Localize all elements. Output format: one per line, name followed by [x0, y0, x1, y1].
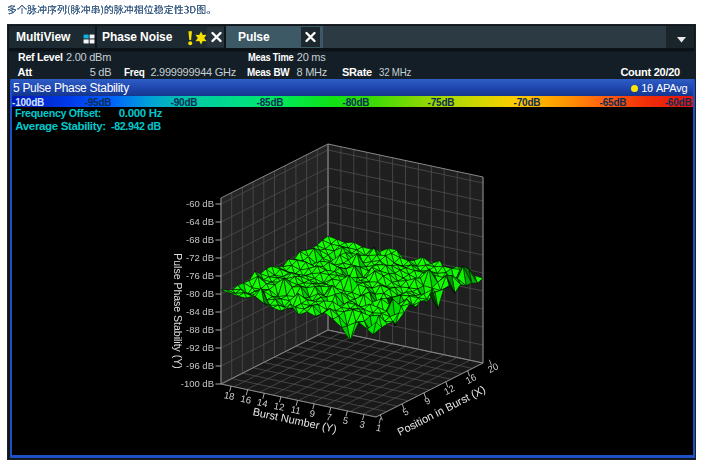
svg-text:-84 dB: -84 dB: [186, 306, 214, 317]
svg-text:-88 dB: -88 dB: [186, 324, 214, 335]
svg-text:16: 16: [464, 371, 478, 386]
svg-text:Pulse Phase Stability (Y): Pulse Phase Stability (Y): [172, 253, 184, 369]
svg-text:-60 dB: -60 dB: [186, 198, 214, 209]
svg-text:-64 dB: -64 dB: [186, 216, 214, 227]
svg-text:-68 dB: -68 dB: [186, 234, 214, 245]
svg-text:1: 1: [375, 422, 382, 434]
svg-text:-92 dB: -92 dB: [186, 342, 214, 353]
svg-text:5: 5: [401, 406, 411, 418]
svg-text:12: 12: [442, 382, 456, 397]
svg-text:18: 18: [223, 389, 236, 402]
svg-text:5: 5: [342, 415, 349, 427]
svg-text:3: 3: [358, 418, 365, 430]
svg-text:-72 dB: -72 dB: [186, 252, 214, 263]
svg-text:-80 dB: -80 dB: [186, 288, 214, 299]
svg-text:-96 dB: -96 dB: [186, 360, 214, 371]
svg-text:-76 dB: -76 dB: [186, 270, 214, 281]
svg-text:9: 9: [422, 395, 432, 407]
svg-text:16: 16: [240, 393, 253, 406]
svg-text:-100 dB: -100 dB: [181, 378, 214, 389]
svg-text:20: 20: [486, 360, 500, 375]
